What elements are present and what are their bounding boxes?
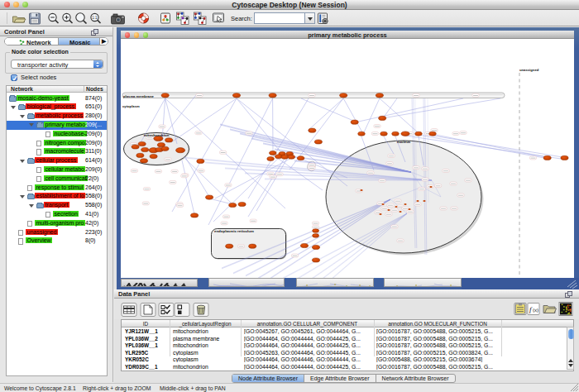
svg-text:nucleus: nucleus: [397, 140, 411, 144]
svg-text:plasma membrane: plasma membrane: [123, 94, 154, 98]
svg-text:1:1: 1:1: [92, 16, 98, 20]
svg-text:cytoplasm: cytoplasm: [122, 104, 140, 108]
svg-text:(x): (x): [533, 308, 538, 313]
svg-text:unassigned: unassigned: [519, 68, 539, 72]
svg-text:endoplasmic reticulum: endoplasmic reticulum: [214, 229, 254, 233]
svg-text:mitochondrion: mitochondrion: [144, 133, 170, 137]
